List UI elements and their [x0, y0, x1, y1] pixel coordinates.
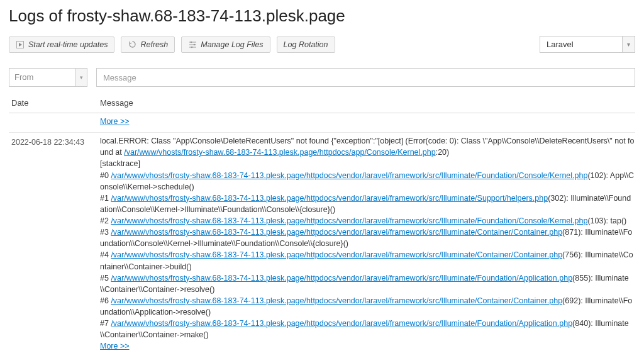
cell-date — [9, 116, 100, 127]
stack-prefix: #1 — [100, 194, 111, 203]
refresh-label: Refresh — [140, 40, 168, 49]
file-path-link[interactable]: /var/www/vhosts/frosty-shaw.68-183-74-11… — [111, 250, 562, 259]
start-realtime-button[interactable]: Start real-time updates — [9, 36, 114, 53]
start-realtime-label: Start real-time updates — [28, 40, 108, 49]
log-source-select[interactable]: Laravel ▾ — [540, 36, 635, 53]
svg-point-6 — [191, 47, 192, 48]
log-table: Date Message More >> 2022-06-18 22:34:43… — [9, 93, 635, 353]
cell-date: 2022-06-18 22:34:43 — [9, 135, 100, 352]
manage-log-files-button[interactable]: Manage Log Files — [181, 36, 270, 53]
chevron-down-icon[interactable]: ▾ — [622, 36, 635, 52]
file-path-link[interactable]: /var/www/vhosts/frosty-shaw.68-183-74-11… — [124, 148, 435, 157]
stack-prefix: #5 — [100, 274, 111, 283]
chevron-down-icon[interactable]: ▾ — [75, 69, 87, 86]
manage-log-files-label: Manage Log Files — [201, 40, 263, 49]
stack-line: #6 /var/www/vhosts/frosty-shaw.68-183-74… — [100, 295, 635, 318]
stack-prefix: #2 — [100, 216, 111, 225]
file-path-link[interactable]: /var/www/vhosts/frosty-shaw.68-183-74-11… — [111, 171, 587, 180]
svg-point-2 — [190, 42, 192, 43]
log-text: :20) — [436, 148, 450, 157]
page-title: Logs of frosty-shaw.68-183-74-113.plesk.… — [9, 6, 635, 26]
stack-prefix: #3 — [100, 228, 111, 237]
stack-line: #4 /var/www/vhosts/frosty-shaw.68-183-74… — [100, 249, 635, 272]
cell-message: More >> — [100, 116, 635, 127]
stack-line: #7 /var/www/vhosts/frosty-shaw.68-183-74… — [100, 318, 635, 340]
stack-prefix: #0 — [100, 171, 111, 180]
sliders-icon — [188, 40, 197, 49]
file-path-link[interactable]: /var/www/vhosts/frosty-shaw.68-183-74-11… — [111, 274, 572, 283]
table-row: More >> — [9, 113, 635, 133]
refresh-icon — [128, 40, 136, 49]
log-rotation-button[interactable]: Log Rotation — [277, 36, 335, 53]
more-link[interactable]: More >> — [100, 116, 130, 127]
file-path-link[interactable]: /var/www/vhosts/frosty-shaw.68-183-74-11… — [111, 194, 548, 203]
table-header: Date Message — [9, 93, 635, 113]
stack-prefix: #6 — [100, 296, 111, 305]
from-filter[interactable]: From ▾ — [9, 68, 87, 87]
file-path-link[interactable]: /var/www/vhosts/frosty-shaw.68-183-74-11… — [111, 228, 562, 237]
more-link[interactable]: More >> — [100, 340, 130, 352]
col-header-date[interactable]: Date — [9, 98, 100, 108]
filter-row: From ▾ — [9, 68, 635, 87]
log-rotation-label: Log Rotation — [284, 40, 328, 49]
message-input[interactable] — [97, 69, 635, 86]
file-path-link[interactable]: /var/www/vhosts/frosty-shaw.68-183-74-11… — [111, 319, 572, 328]
col-header-message[interactable]: Message — [100, 98, 635, 108]
stack-suffix: (103): tap() — [587, 216, 626, 225]
from-placeholder: From — [9, 69, 75, 86]
stack-prefix: #4 — [100, 250, 111, 259]
message-filter[interactable] — [96, 68, 635, 87]
cell-message: local.ERROR: Class "App\Console\DeleteRe… — [100, 135, 635, 352]
stacktrace-label: [stacktrace] — [100, 158, 635, 169]
play-icon — [16, 40, 25, 49]
refresh-button[interactable]: Refresh — [121, 36, 175, 53]
stack-line: #2 /var/www/vhosts/frosty-shaw.68-183-74… — [100, 215, 635, 227]
log-source-value: Laravel — [540, 36, 622, 52]
svg-point-4 — [193, 44, 195, 46]
stack-line: #5 /var/www/vhosts/frosty-shaw.68-183-74… — [100, 272, 635, 295]
stack-line: #0 /var/www/vhosts/frosty-shaw.68-183-74… — [100, 170, 635, 193]
toolbar: Start real-time updates Refresh Manage L… — [9, 36, 635, 53]
table-row: 2022-06-18 22:34:43 local.ERROR: Class "… — [9, 133, 635, 353]
file-path-link[interactable]: /var/www/vhosts/frosty-shaw.68-183-74-11… — [111, 296, 562, 305]
file-path-link[interactable]: /var/www/vhosts/frosty-shaw.68-183-74-11… — [111, 216, 587, 225]
stack-line: #1 /var/www/vhosts/frosty-shaw.68-183-74… — [100, 193, 635, 215]
stack-prefix: #7 — [100, 319, 111, 328]
stack-line: #3 /var/www/vhosts/frosty-shaw.68-183-74… — [100, 227, 635, 249]
